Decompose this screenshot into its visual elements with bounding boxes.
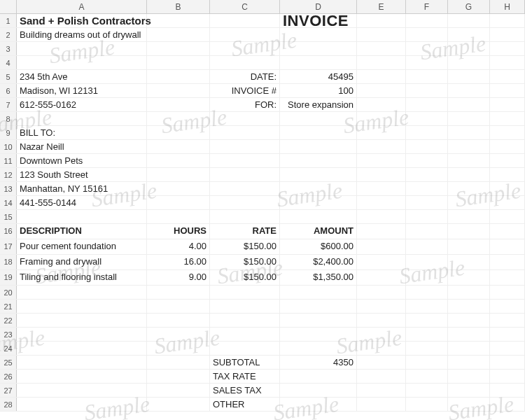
row-9: 9 BILL TO: [0, 126, 525, 140]
row-header[interactable]: 20 [0, 286, 17, 299]
row-header[interactable]: 9 [0, 126, 17, 139]
item-hours[interactable]: 4.00 [147, 239, 210, 254]
col-header-E[interactable]: E [357, 0, 406, 13]
row-header[interactable]: 28 [0, 398, 17, 411]
col-header-B[interactable]: B [147, 0, 210, 13]
item-rate[interactable]: $150.00 [210, 255, 280, 270]
row-6: 6 Madison, WI 12131 INVOICE # 100 [0, 84, 525, 98]
row-header[interactable]: 1 [0, 14, 17, 27]
billto-phone[interactable]: 441-555-0144 [17, 196, 147, 209]
item-amount[interactable]: $600.00 [280, 239, 357, 254]
col-header-C[interactable]: C [210, 0, 280, 13]
header-hours[interactable]: HOURS [147, 224, 210, 239]
company-address2[interactable]: Madison, WI 12131 [17, 84, 147, 97]
column-header-row: A B C D E F G H [0, 0, 525, 14]
billto-name[interactable]: Nazar Neill [17, 140, 147, 153]
row-header[interactable]: 6 [0, 84, 17, 97]
row-25: 25 SUBTOTAL 4350 [0, 356, 525, 370]
item-hours[interactable]: 16.00 [147, 255, 210, 270]
row-header[interactable]: 16 [0, 224, 17, 239]
header-description[interactable]: DESCRIPTION [17, 224, 147, 239]
row-14: 14 441-555-0144 [0, 196, 525, 210]
other-label[interactable]: OTHER [210, 398, 280, 411]
item-description[interactable]: Tiling and flooring install [17, 270, 147, 285]
spreadsheet-grid: A B C D E F G H 1 Sand + Polish Contract… [0, 0, 525, 412]
row-26: 26 TAX RATE [0, 370, 525, 384]
col-header-A[interactable]: A [17, 0, 147, 13]
row-header[interactable]: 15 [0, 210, 17, 223]
billto-company[interactable]: Downtown Pets [17, 154, 147, 167]
row-23: 23 [0, 328, 525, 342]
row-header[interactable]: 24 [0, 342, 17, 355]
subtotal-value[interactable]: 4350 [280, 356, 357, 369]
row-header[interactable]: 8 [0, 112, 17, 125]
row-5: 5 234 5th Ave DATE: 45495 [0, 70, 525, 84]
row-3: 3 [0, 42, 525, 56]
billto-address1[interactable]: 123 South Street [17, 168, 147, 181]
company-tagline[interactable]: Building dreams out of drywall [17, 28, 147, 41]
invoice-num-label[interactable]: INVOICE # [210, 84, 280, 97]
row-header[interactable]: 13 [0, 182, 17, 195]
invoice-title[interactable]: INVOICE [280, 14, 357, 27]
row-header[interactable]: 7 [0, 98, 17, 111]
row-2: 2 Building dreams out of drywall [0, 28, 525, 42]
header-rate[interactable]: RATE [210, 224, 280, 239]
date-value[interactable]: 45495 [280, 70, 357, 83]
item-description[interactable]: Pour cement foundation [17, 239, 147, 254]
row-16: 16 DESCRIPTION HOURS RATE AMOUNT [0, 224, 525, 239]
row-header[interactable]: 2 [0, 28, 17, 41]
row-19: 19 Tiling and flooring install 9.00 $150… [0, 270, 525, 286]
row-header[interactable]: 27 [0, 384, 17, 397]
subtotal-label[interactable]: SUBTOTAL [210, 356, 280, 369]
salestax-label[interactable]: SALES TAX [210, 384, 280, 397]
row-28: 28 OTHER [0, 398, 525, 412]
header-amount[interactable]: AMOUNT [280, 224, 357, 239]
company-address1[interactable]: 234 5th Ave [17, 70, 147, 83]
col-header-F[interactable]: F [406, 0, 448, 13]
company-name[interactable]: Sand + Polish Contractors [17, 14, 147, 27]
row-header[interactable]: 10 [0, 140, 17, 153]
row-header[interactable]: 26 [0, 370, 17, 383]
item-description[interactable]: Framing and drywall [17, 255, 147, 270]
col-header-G[interactable]: G [448, 0, 490, 13]
row-12: 12 123 South Street [0, 168, 525, 182]
billto-label[interactable]: BILL TO: [17, 126, 147, 139]
item-hours[interactable]: 9.00 [147, 270, 210, 285]
row-8: 8 [0, 112, 525, 126]
select-all-corner[interactable] [0, 0, 17, 13]
invoice-num-value[interactable]: 100 [280, 84, 357, 97]
col-header-H[interactable]: H [490, 0, 525, 13]
row-header[interactable]: 17 [0, 239, 17, 254]
company-phone[interactable]: 612-555-0162 [17, 98, 147, 111]
row-header[interactable]: 14 [0, 196, 17, 209]
row-header[interactable]: 22 [0, 314, 17, 327]
item-rate[interactable]: $150.00 [210, 270, 280, 285]
row-header[interactable]: 3 [0, 42, 17, 55]
item-amount[interactable]: $2,400.00 [280, 255, 357, 270]
row-header[interactable]: 18 [0, 255, 17, 270]
billto-address2[interactable]: Manhattan, NY 15161 [17, 182, 147, 195]
row-11: 11 Downtown Pets [0, 154, 525, 168]
row-header[interactable]: 19 [0, 270, 17, 285]
for-label[interactable]: FOR: [210, 98, 280, 111]
row-24: 24 [0, 342, 525, 356]
item-amount[interactable]: $1,350.00 [280, 270, 357, 285]
item-rate[interactable]: $150.00 [210, 239, 280, 254]
row-header[interactable]: 12 [0, 168, 17, 181]
row-7: 7 612-555-0162 FOR: Store expansion [0, 98, 525, 112]
row-header[interactable]: 5 [0, 70, 17, 83]
row-header[interactable]: 25 [0, 356, 17, 369]
row-13: 13 Manhattan, NY 15161 [0, 182, 525, 196]
for-value[interactable]: Store expansion [280, 98, 357, 111]
row-header[interactable]: 4 [0, 56, 17, 69]
row-header[interactable]: 21 [0, 300, 17, 313]
row-1: 1 Sand + Polish Contractors INVOICE [0, 14, 525, 28]
row-header[interactable]: 11 [0, 154, 17, 167]
row-27: 27 SALES TAX [0, 384, 525, 398]
row-21: 21 [0, 300, 525, 314]
row-15: 15 [0, 210, 525, 224]
row-20: 20 [0, 286, 525, 300]
date-label[interactable]: DATE: [210, 70, 280, 83]
taxrate-label[interactable]: TAX RATE [210, 370, 280, 383]
row-header[interactable]: 23 [0, 328, 17, 341]
